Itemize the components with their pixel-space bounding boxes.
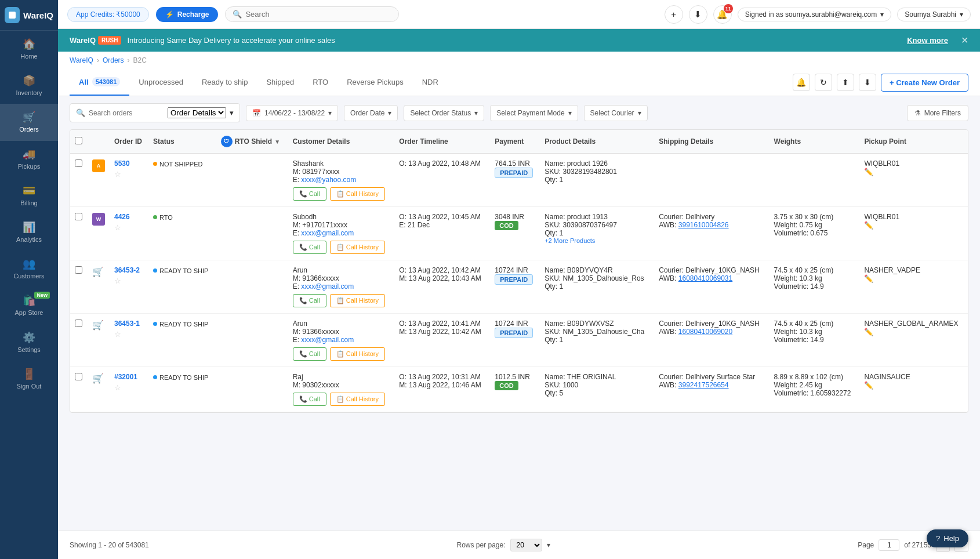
- row-checkbox-cell[interactable]: [70, 314, 88, 367]
- notification-button[interactable]: 🔔 11: [713, 5, 732, 24]
- user-name-display[interactable]: Soumya Surabhi ▾: [897, 8, 971, 21]
- weights-cell: 3.75 x 30 x 30 (cm) Weight: 0.75 kg Volu…: [770, 207, 860, 260]
- edit-pickup-icon[interactable]: ✏️: [864, 381, 873, 390]
- star-icon[interactable]: ☆: [114, 383, 144, 392]
- row-checkbox[interactable]: [75, 266, 82, 274]
- add-button[interactable]: +: [665, 5, 683, 24]
- upload-icon-btn[interactable]: ⬆: [837, 74, 854, 91]
- sidebar-item-sign-out[interactable]: 🚪 Sign Out: [0, 361, 58, 397]
- tab-unprocessed[interactable]: Unprocessed: [129, 70, 193, 96]
- order-status-filter[interactable]: Select Order Status ▾: [404, 105, 484, 121]
- order-id-link[interactable]: 36453-1: [114, 320, 144, 328]
- call-history-button[interactable]: 📋 Call History: [330, 393, 385, 406]
- awb-link[interactable]: 16080410069020: [678, 328, 732, 336]
- awb-link[interactable]: 16080410069031: [678, 274, 732, 282]
- payment-mode-filter[interactable]: Select Payment Mode ▾: [490, 105, 578, 121]
- rto-shield-header[interactable]: 🛡 RTO Shield ▼: [216, 130, 288, 154]
- call-history-button[interactable]: 📋 Call History: [330, 347, 385, 361]
- customer-email[interactable]: xxxx@gmail.com: [301, 282, 354, 291]
- courier-filter[interactable]: Select Courier ▾: [584, 105, 648, 121]
- row-checkbox-cell[interactable]: [70, 154, 88, 207]
- sidebar-item-customers[interactable]: 👥 Customers: [0, 251, 58, 287]
- breadcrumb-wareiq[interactable]: WareIQ: [70, 56, 93, 64]
- star-icon[interactable]: ☆: [114, 277, 144, 285]
- pickup-point-cell: WIQBLR01 ✏️: [859, 207, 968, 260]
- recharge-button[interactable]: ⚡ Recharge: [156, 7, 219, 22]
- row-checkbox[interactable]: [75, 159, 82, 167]
- shipping-details-header: Shipping Details: [654, 130, 769, 154]
- select-all-checkbox[interactable]: [75, 137, 82, 144]
- tab-actions: 🔔 ↻ ⬆ ⬇ + Create New Order: [793, 74, 968, 92]
- more-filters-button[interactable]: ⚗ More Filters: [907, 105, 968, 121]
- order-id-link[interactable]: 5530: [114, 159, 144, 168]
- star-icon[interactable]: ☆: [114, 330, 144, 339]
- sidebar-item-home[interactable]: 🏠 Home: [0, 31, 58, 67]
- order-id-link[interactable]: 4426: [114, 213, 144, 221]
- user-info[interactable]: Signed in as soumya.surabhi@wareiq.com ▾: [738, 8, 892, 21]
- create-order-button[interactable]: + Create New Order: [881, 74, 968, 92]
- edit-pickup-icon[interactable]: ✏️: [864, 328, 873, 336]
- order-id-link[interactable]: 36453-2: [114, 266, 144, 274]
- sidebar-item-billing[interactable]: 💳 Billing: [0, 177, 58, 214]
- refresh-icon-btn[interactable]: ↻: [815, 74, 832, 91]
- customer-email[interactable]: xxxx@yahoo.com: [301, 176, 356, 184]
- customer-email[interactable]: xxxx@gmail.com: [301, 229, 354, 237]
- edit-pickup-icon[interactable]: ✏️: [864, 274, 873, 283]
- row-checkbox-cell[interactable]: [70, 367, 88, 412]
- edit-pickup-icon[interactable]: ✏️: [864, 221, 873, 230]
- know-more-link[interactable]: Know more: [907, 36, 948, 45]
- banner-close-button[interactable]: ✕: [961, 35, 968, 46]
- download-icon-btn[interactable]: ⬇: [859, 74, 876, 91]
- call-history-button[interactable]: 📋 Call History: [330, 241, 385, 254]
- star-icon[interactable]: ☆: [114, 223, 144, 232]
- breadcrumb-orders[interactable]: Orders: [103, 56, 124, 64]
- order-id-link[interactable]: #32001: [114, 373, 144, 381]
- tab-ndr[interactable]: NDR: [413, 70, 448, 96]
- app-credits: App Credits: ₹50000: [67, 7, 149, 22]
- sidebar-item-orders[interactable]: 🛒 Orders: [0, 104, 58, 140]
- sidebar-item-settings[interactable]: ⚙️ Settings: [0, 324, 58, 361]
- call-button[interactable]: 📞 Call: [293, 187, 326, 201]
- row-checkbox-cell[interactable]: [70, 260, 88, 314]
- alert-icon-btn[interactable]: 🔔: [793, 74, 810, 91]
- awb-link[interactable]: 3991610004826: [678, 221, 729, 229]
- sidebar-item-analytics[interactable]: 📊 Analytics: [0, 214, 58, 251]
- row-checkbox[interactable]: [75, 213, 82, 220]
- select-all-header[interactable]: [70, 130, 88, 154]
- sidebar-item-app-store[interactable]: New 🛍️ App Store: [0, 287, 58, 324]
- awb-link[interactable]: 3992417526654: [678, 381, 729, 389]
- tab-reverse-pickups[interactable]: Reverse Pickups: [337, 70, 413, 96]
- call-button[interactable]: 📞 Call: [293, 347, 326, 361]
- search-input[interactable]: [245, 10, 391, 19]
- tab-shipped[interactable]: Shipped: [257, 70, 303, 96]
- tab-ready-to-ship[interactable]: Ready to ship: [193, 70, 257, 96]
- tab-rto[interactable]: RTO: [303, 70, 337, 96]
- tab-all[interactable]: All 543081: [70, 69, 129, 96]
- row-checkbox[interactable]: [75, 373, 82, 380]
- star-icon[interactable]: ☆: [114, 170, 144, 179]
- call-history-button[interactable]: 📋 Call History: [330, 294, 385, 307]
- more-products-link[interactable]: +2 More Products: [545, 237, 649, 244]
- sidebar-item-pickups[interactable]: 🚚 Pickups: [0, 141, 58, 177]
- row-checkbox[interactable]: [75, 320, 82, 327]
- help-button[interactable]: ? Help: [927, 529, 968, 547]
- rto-shield-sort[interactable]: ▼: [274, 139, 280, 145]
- order-search-filter[interactable]: 🔍 Order Details ▾: [70, 103, 240, 122]
- date-filter[interactable]: 📅 14/06/22 - 13/08/22 ▾: [246, 105, 338, 121]
- order-id-header: Order ID: [110, 130, 148, 154]
- edit-pickup-icon[interactable]: ✏️: [864, 168, 873, 176]
- order-date-filter[interactable]: Order Date ▾: [344, 105, 398, 121]
- row-checkbox-cell[interactable]: [70, 207, 88, 260]
- sidebar-item-inventory[interactable]: 📦 Inventory: [0, 67, 58, 104]
- call-history-button[interactable]: 📋 Call History: [330, 187, 385, 201]
- call-button[interactable]: 📞 Call: [293, 393, 326, 406]
- rows-per-page-select[interactable]: 20 50 100: [510, 539, 542, 551]
- call-button[interactable]: 📞 Call: [293, 294, 326, 307]
- customer-email[interactable]: xxxx@gmail.com: [301, 336, 354, 344]
- download-button[interactable]: ⬇: [689, 5, 707, 24]
- order-search-input[interactable]: [89, 109, 164, 117]
- call-button[interactable]: 📞 Call: [293, 241, 326, 254]
- topbar-search[interactable]: 🔍: [225, 6, 399, 22]
- order-details-select[interactable]: Order Details: [168, 107, 226, 118]
- page-number-input[interactable]: [879, 539, 899, 551]
